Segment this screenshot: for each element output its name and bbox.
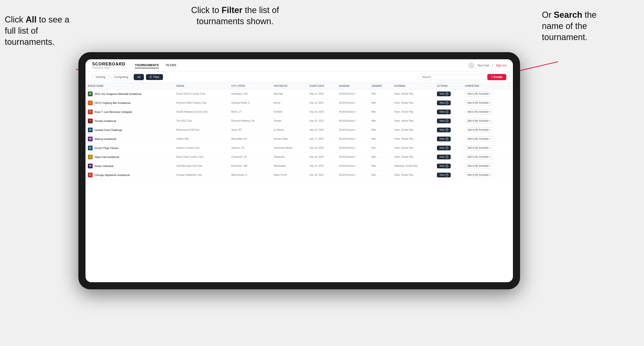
info-icon-3: ⓘ — [446, 120, 448, 122]
cell-hosted-by-1: Illinois — [272, 98, 307, 107]
cell-city-4: Victor, NY — [229, 126, 272, 135]
cell-hosted-by-9: Wake Forest — [272, 171, 307, 179]
cell-gender-7: Men — [369, 153, 392, 162]
search-box — [419, 74, 485, 80]
cell-city-8: Bremerton, WA — [229, 162, 272, 171]
view-button-4[interactable]: View ⓘ — [437, 128, 451, 132]
cell-scoring-9: Team, Stroke Play — [392, 171, 434, 179]
view-button-3[interactable]: View ⓘ — [437, 119, 451, 123]
tab-hosting[interactable]: Hosting — [92, 74, 109, 80]
cell-actions-4: View ⓘ — [434, 126, 462, 135]
cell-start-date-1: Sep 15, 2023 — [307, 98, 337, 107]
view-button-0[interactable]: View ⓘ — [437, 92, 451, 96]
add-schedule-button-4[interactable]: Add to My Schedule + — [465, 127, 494, 132]
add-schedule-button-1[interactable]: Add to My Schedule + — [465, 100, 494, 105]
table-row: I OFCC Fighting Illini Invitational Olym… — [86, 98, 513, 107]
col-actions: ACTIONS — [434, 83, 462, 89]
add-schedule-button-2[interactable]: Add to My Schedule + — [465, 109, 494, 114]
cell-division-6: NCAA Division I — [337, 144, 369, 153]
event-name-text-0: 2023 Joe Feaganes Marshall Invitational — [94, 92, 142, 95]
tab-competing[interactable]: Competing — [111, 74, 132, 80]
event-name-text-2: Ryan T. Lee Memorial Collegiate — [94, 111, 132, 113]
info-icon-4: ⓘ — [446, 129, 448, 131]
tab-all[interactable]: All — [134, 74, 144, 80]
col-division: DIVISION — [337, 83, 369, 89]
table-row: M 2023 Joe Feaganes Marshall Invitationa… — [86, 89, 513, 98]
filter-icon: ☰ — [149, 75, 152, 79]
cell-actions-5: View ⓘ — [434, 135, 462, 144]
cell-competing-5: Add to My Schedule + — [462, 135, 513, 144]
add-schedule-button-9[interactable]: Add to My Schedule + — [465, 173, 494, 177]
cell-venue-6: Jackson Country Club — [174, 144, 229, 153]
app-header: SCOREBOARD Powered by clippd TOURNAMENTS… — [86, 59, 513, 72]
table-header-row: EVENT NAME VENUE CITY, STATE HOSTED BY S… — [86, 83, 513, 89]
add-schedule-button-7[interactable]: Add to My Schedule + — [465, 154, 494, 159]
cell-city-1: Olympia Fields, IL — [229, 98, 272, 107]
cell-start-date-5: Sep 17, 2023 — [307, 135, 337, 144]
cell-city-5: Manhattan, KS — [229, 135, 272, 144]
col-event-name: EVENT NAME — [86, 83, 174, 89]
cell-hosted-by-4: Le Moyne — [272, 126, 307, 135]
cell-event-name-5: W Wildcat Invitational — [86, 135, 174, 144]
nav-tab-teams[interactable]: TEAMS — [166, 62, 176, 68]
cell-hosted-by-6: Tennessee-Martin — [272, 144, 307, 153]
cell-event-name-1: I OFCC Fighting Illini Invitational — [86, 98, 174, 107]
add-schedule-button-8[interactable]: Add to My Schedule + — [465, 164, 494, 168]
cell-venue-1: Olympia Fields Country Club — [174, 98, 229, 107]
cell-competing-9: Add to My Schedule + — [462, 171, 513, 179]
cell-competing-6: Add to My Schedule + — [462, 144, 513, 153]
nav-tab-tournaments[interactable]: TOURNAMENTS — [135, 62, 159, 68]
event-name-text-7: Valpo Fall Invitational — [94, 156, 119, 159]
cell-division-9: NCAA Division I — [337, 171, 369, 179]
cell-venue-3: The 1912 Club — [174, 116, 229, 126]
view-button-1[interactable]: View ⓘ — [437, 101, 451, 105]
view-button-6[interactable]: View ⓘ — [437, 146, 451, 150]
annotation-topleft: Click All to see a full list of tourname… — [5, 14, 81, 47]
view-button-7[interactable]: View ⓘ — [437, 155, 451, 159]
create-button[interactable]: + Create — [487, 74, 506, 80]
team-logo-9: C — [88, 173, 92, 177]
cell-division-4: NCAA Division I — [337, 126, 369, 135]
cell-start-date-8: Sep 18, 2023 — [307, 162, 337, 171]
cell-event-name-9: C Chicago Highlands Invitational — [86, 171, 174, 179]
cell-gender-1: Men — [369, 98, 392, 107]
add-schedule-button-0[interactable]: Add to My Schedule + — [465, 91, 494, 96]
cell-event-name-3: T Temple Invitational — [86, 116, 174, 126]
cell-actions-1: View ⓘ — [434, 98, 462, 107]
cell-scoring-3: Team, Stroke Play — [392, 116, 434, 126]
view-button-2[interactable]: View ⓘ — [437, 110, 451, 114]
team-logo-4: U — [88, 128, 92, 132]
view-button-8[interactable]: View ⓘ — [437, 164, 451, 168]
cell-venue-0: Guyan Golf & Country Club — [174, 89, 229, 98]
event-name-text-1: OFCC Fighting Illini Invitational — [94, 102, 130, 104]
annotation-topmid: Click to Filter the list oftournaments s… — [166, 5, 304, 27]
toolbar: Hosting Competing All ☰ Filter + Create — [86, 72, 513, 83]
add-schedule-button-3[interactable]: Add to My Schedule + — [465, 118, 494, 123]
table-row: V Valpo Fall Invitational Sand Creek Cou… — [86, 153, 513, 162]
cell-actions-3: View ⓘ — [434, 116, 462, 126]
cell-scoring-8: Individual, Stroke Play — [392, 162, 434, 171]
col-start-date: START DATE — [307, 83, 337, 89]
annotation-topright: Or Search thename of thetournament. — [542, 9, 637, 43]
cell-city-6: Jackson, TN — [229, 144, 272, 153]
add-schedule-button-6[interactable]: Add to My Schedule + — [465, 145, 494, 150]
cell-hosted-by-2: Fairfield — [272, 107, 307, 116]
main-nav: TOURNAMENTS TEAMS — [135, 62, 468, 68]
view-button-5[interactable]: View ⓘ — [437, 137, 451, 141]
filter-button[interactable]: ☰ Filter — [146, 74, 163, 80]
cell-actions-0: View ⓘ — [434, 89, 462, 98]
cell-actions-8: View ⓘ — [434, 162, 462, 171]
search-input[interactable] — [419, 74, 485, 80]
cell-competing-3: Add to My Schedule + — [462, 116, 513, 126]
col-hosted-by: HOSTED BY — [272, 83, 307, 89]
header-right: Test User | Sign out — [468, 62, 506, 69]
cell-venue-4: Ravenwood Golf Club — [174, 126, 229, 135]
add-schedule-button-5[interactable]: Add to My Schedule + — [465, 136, 494, 141]
cell-division-0: NCAA Division I — [337, 89, 369, 98]
event-name-text-8: Husky Individual — [94, 165, 114, 168]
cell-city-0: Huntington, WV — [229, 89, 272, 98]
col-competing: COMPETING — [462, 83, 513, 89]
sign-out-link[interactable]: Sign out — [496, 64, 506, 67]
view-button-9[interactable]: View ⓘ — [437, 173, 451, 177]
cell-event-name-6: G Grover Page Classic — [86, 144, 174, 153]
